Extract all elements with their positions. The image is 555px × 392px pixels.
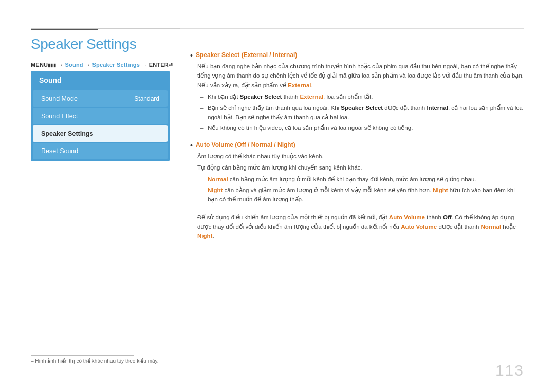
footer-note: Hình ảnh hiển thị có thể khác nhau tùy t… bbox=[31, 355, 164, 364]
sidebar-item-label: Sound Mode bbox=[41, 95, 78, 102]
auto-volume-desc1: Âm lượng có thể khác nhau tùy thuộc vào … bbox=[197, 152, 524, 161]
sidebar-item-sound-mode[interactable]: Sound Mode Standard bbox=[33, 90, 168, 107]
content-divider bbox=[180, 28, 524, 29]
content-area: • Speaker Select (External / Internal) N… bbox=[190, 51, 524, 351]
footer-text: Hình ảnh hiển thị có thể khác nhau tùy t… bbox=[31, 358, 164, 364]
footer-divider bbox=[31, 355, 134, 356]
auto-volume-desc2: Tự động cân bằng mức âm lượng khi chuyển… bbox=[197, 163, 524, 172]
speaker-select-section: • Speaker Select (External / Internal) N… bbox=[190, 51, 524, 133]
menu-prefix: MENU bbox=[31, 62, 48, 68]
sidebar-panel: Sound Sound Mode Standard Sound Effect S… bbox=[31, 71, 170, 161]
speaker-select-title-text: Speaker Select (External / Internal) bbox=[196, 51, 297, 59]
sidebar-item-label: Sound Effect bbox=[41, 113, 78, 120]
bullet-dot-2: • bbox=[190, 142, 193, 149]
speaker-select-desc: Nếu bạn đang nghe bản nhạc của chương tr… bbox=[197, 62, 524, 90]
sidebar-item-speaker-settings[interactable]: Speaker Settings bbox=[33, 125, 168, 142]
auto-volume-dash-2: Night cân bằng và giảm mức âm lượng ở mỗ… bbox=[200, 185, 524, 204]
menu-symbol: ▮▮▮ bbox=[48, 63, 56, 68]
page-title: Speaker Settings bbox=[31, 36, 136, 52]
bullet-dot-1: • bbox=[190, 52, 193, 59]
auto-volume-title-text: Auto Volume (Off / Normal / Night) bbox=[196, 141, 295, 148]
extra-note: Để sử dụng điều khiển âm lượng của một t… bbox=[190, 213, 524, 241]
sidebar-item-reset-sound[interactable]: Reset Sound bbox=[33, 143, 168, 159]
menu-arrow3: → bbox=[141, 62, 149, 68]
sidebar-item-label: Reset Sound bbox=[41, 147, 78, 155]
menu-enter: ENTER bbox=[149, 62, 169, 68]
page-number: 113 bbox=[495, 362, 524, 379]
speaker-dash-1: Khi bạn đặt Speaker Select thành Externa… bbox=[200, 92, 524, 101]
menu-arrow2: → bbox=[85, 62, 92, 68]
auto-volume-title: • Auto Volume (Off / Normal / Night) bbox=[190, 141, 524, 149]
enter-icon: ⏎ bbox=[169, 63, 173, 68]
speaker-select-title: • Speaker Select (External / Internal) bbox=[190, 51, 524, 59]
menu-sound: Sound bbox=[65, 62, 83, 68]
sidebar-item-sound-effect[interactable]: Sound Effect bbox=[33, 108, 168, 124]
menu-path: MENU▮▮▮ → Sound → Speaker Settings → ENT… bbox=[31, 62, 173, 68]
menu-arrow1: → bbox=[58, 62, 65, 68]
sidebar-item-value: Standard bbox=[134, 95, 159, 102]
auto-volume-section: • Auto Volume (Off / Normal / Night) Âm … bbox=[190, 141, 524, 204]
speaker-dash-3: Nếu không có tín hiệu video, cả loa sản … bbox=[200, 123, 524, 133]
sidebar-header: Sound bbox=[31, 71, 170, 89]
sidebar-item-label: Speaker Settings bbox=[41, 130, 93, 137]
menu-settings: Speaker Settings bbox=[92, 62, 140, 68]
speaker-dash-2: Bạn sẽ chỉ nghe thấy âm thanh qua loa ng… bbox=[200, 103, 524, 122]
auto-volume-dash-1: Normal cân bằng mức âm lượng ở mỗi kênh … bbox=[200, 175, 524, 184]
